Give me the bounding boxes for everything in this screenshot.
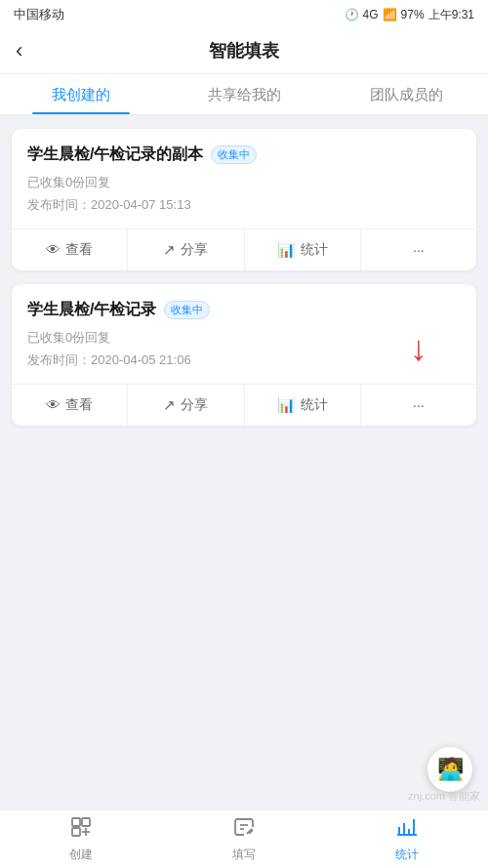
card-meta-1: 已收集0份回复 发布时间：2020-04-07 15:13 (27, 171, 461, 217)
form-title-1: 学生晨检/午检记录的副本 (27, 145, 203, 165)
tab-shared-to-me[interactable]: 共享给我的 (163, 74, 326, 114)
support-fab[interactable]: 🧑‍💻 (427, 747, 472, 792)
nav-stats[interactable]: 统计 (325, 810, 488, 868)
publish-time-2: 发布时间：2020-04-05 21:06 (27, 349, 461, 371)
nav-create-label: 创建 (69, 847, 93, 863)
nav-stats-label: 统计 (395, 847, 419, 863)
more-button-1[interactable]: ··· (361, 229, 476, 270)
page-title: 智能填表 (209, 39, 279, 62)
more-button-2[interactable]: ··· ↓ (361, 385, 476, 426)
eye-icon: 👁 (46, 241, 61, 258)
fill-icon (232, 815, 256, 845)
nav-fill-label: 填写 (232, 847, 256, 863)
form-card-1: 学生晨检/午检记录的副本 收集中 已收集0份回复 发布时间：2020-04-07… (12, 129, 476, 270)
card-actions-1: 👁 查看 ↗ 分享 📊 统计 ··· (12, 228, 476, 270)
card-meta-2: 已收集0份回复 发布时间：2020-04-05 21:06 (27, 326, 461, 372)
status-badge-1: 收集中 (211, 145, 257, 164)
chart-icon-2: 📊 (277, 396, 296, 414)
share-button-2[interactable]: ↗ 分享 (128, 385, 244, 426)
card-actions-2: 👁 查看 ↗ 分享 📊 统计 ··· ↓ (12, 384, 476, 426)
stats-button-1[interactable]: 📊 统计 (245, 229, 361, 270)
tab-my-created[interactable]: 我创建的 (0, 74, 163, 114)
share-button-1[interactable]: ↗ 分享 (128, 229, 244, 270)
chart-icon: 📊 (277, 241, 296, 259)
wifi-icon: 📶 (383, 8, 397, 21)
stats-button-2[interactable]: 📊 统计 (245, 385, 361, 426)
tab-team-members[interactable]: 团队成员的 (325, 74, 488, 114)
view-button-2[interactable]: 👁 查看 (12, 385, 128, 426)
form-card-2: 学生晨检/午检记录 收集中 已收集0份回复 发布时间：2020-04-05 21… (12, 284, 476, 426)
svg-rect-2 (72, 828, 80, 836)
red-arrow-indicator: ↓ (410, 331, 427, 366)
back-button[interactable]: ‹ (16, 38, 22, 63)
svg-rect-1 (82, 818, 90, 826)
create-icon (69, 815, 93, 845)
nav-fill[interactable]: 填写 (163, 810, 326, 868)
header: ‹ 智能填表 (0, 27, 488, 74)
bottom-nav: 创建 填写 统计 (0, 809, 488, 868)
status-bar: 中国移动 🕐 4G 📶 97% 上午9:31 (0, 0, 488, 27)
reply-count-2: 已收集0份回复 (27, 326, 461, 349)
status-right: 🕐 4G 📶 97% 上午9:31 (345, 7, 474, 23)
nav-create[interactable]: 创建 (0, 810, 163, 868)
time-label: 上午9:31 (428, 7, 474, 23)
view-button-1[interactable]: 👁 查看 (12, 229, 128, 270)
watermark: znj.com 答能家 (0, 789, 488, 804)
stats-icon (395, 815, 419, 845)
card-title-row-2: 学生晨检/午检记录 收集中 (27, 300, 461, 320)
publish-time-1: 发布时间：2020-04-07 15:13 (27, 193, 461, 216)
share-icon-2: ↗ (163, 396, 176, 414)
network-label: 4G (363, 8, 379, 21)
tab-bar: 我创建的 共享给我的 团队成员的 (0, 74, 488, 115)
svg-rect-0 (72, 818, 80, 826)
eye-icon-2: 👁 (46, 396, 61, 413)
support-icon: 🧑‍💻 (437, 757, 464, 782)
card-title-row-1: 学生晨检/午检记录的副本 收集中 (27, 145, 461, 165)
battery-label: 97% (401, 8, 425, 21)
carrier-label: 中国移动 (14, 6, 64, 23)
share-icon: ↗ (163, 241, 176, 259)
reply-count-1: 已收集0份回复 (27, 171, 461, 193)
form-title-2: 学生晨检/午检记录 (27, 300, 156, 320)
status-badge-2: 收集中 (164, 301, 210, 319)
content-area: 学生晨检/午检记录的副本 收集中 已收集0份回复 发布时间：2020-04-07… (0, 115, 488, 806)
signal-icon: 🕐 (345, 8, 359, 21)
